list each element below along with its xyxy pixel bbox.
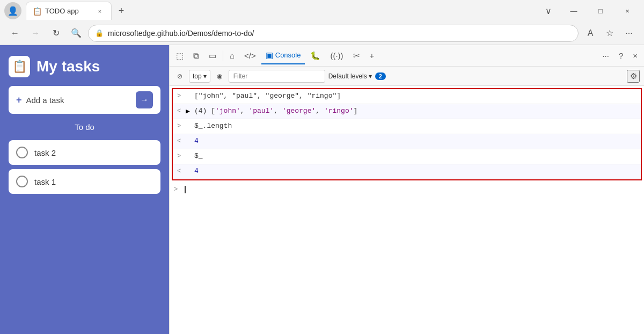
console-line[interactable]: < 4 — [173, 134, 641, 149]
add-task-label: Add a task — [26, 96, 131, 105]
browser-window: 👤 📋 TODO app × + ∨ — □ × ← → ↻ 🔍 🔒 micro… — [0, 0, 644, 334]
close-button[interactable]: × — [615, 2, 640, 19]
console-line[interactable]: > ["john", "paul", "george", "ringo"] — [173, 89, 641, 104]
expand-button[interactable]: ▶ — [186, 107, 194, 115]
more-icon: ··· — [602, 51, 609, 60]
task-checkbox[interactable] — [16, 147, 28, 158]
plus-icon: + — [16, 95, 22, 106]
input-arrow-icon: > — [177, 122, 186, 130]
debug-panel-button[interactable]: 🐛 — [306, 47, 325, 64]
app-favicon: 📋 — [9, 56, 30, 77]
console-line[interactable]: > $_.length — [173, 119, 641, 134]
active-tab[interactable]: 📋 TODO app × — [26, 2, 112, 20]
list-item[interactable]: task 1 — [9, 169, 160, 194]
home-icon: ⌂ — [230, 51, 235, 60]
bug-icon: 🐛 — [310, 51, 320, 61]
add-icon: + — [370, 51, 375, 60]
console-line[interactable]: > $_ — [173, 149, 641, 164]
console-settings-button[interactable]: ⚙ — [627, 70, 640, 83]
console-toolbar: ⊘ top ▾ ◉ Default levels ▾ 2 ⚙ — [170, 67, 644, 86]
devtools-toolbar: ⬚ ⧉ ▭ ⌂ </> ▣ Console — [170, 45, 644, 67]
console-input-content: $_.length — [194, 122, 636, 130]
toolbar-separator — [223, 50, 223, 61]
close-devtools-button[interactable]: × — [628, 47, 642, 64]
app-sidebar: 📋 My tasks + Add a task → To do task 2 — [0, 45, 169, 334]
console-output-content: (4) ['john', 'paul', 'george', 'ringo'] — [194, 107, 636, 115]
lock-icon: 🔒 — [95, 29, 104, 37]
source-icon: </> — [244, 51, 256, 60]
context-selector[interactable]: top ▾ — [189, 70, 210, 83]
eye-icon: ◉ — [217, 72, 222, 80]
back-button[interactable]: ← — [6, 25, 24, 42]
console-output-content: 4 — [194, 137, 636, 145]
console-input-line[interactable]: > — [170, 183, 644, 196]
filter-input[interactable] — [229, 70, 325, 83]
levels-selector[interactable]: Default levels ▾ — [328, 72, 372, 80]
arrow-right-icon: → — [140, 95, 149, 105]
more-tools-button[interactable]: ··· — [598, 47, 613, 64]
inspect-tool-button[interactable]: ⬚ — [172, 47, 188, 64]
text-cursor — [185, 186, 186, 193]
add-panel-button[interactable]: + — [365, 47, 379, 64]
performance-icon: ✂ — [353, 51, 360, 61]
levels-label: Default levels — [328, 72, 367, 80]
performance-panel-button[interactable]: ✂ — [349, 47, 364, 64]
refresh-button[interactable]: ↻ — [47, 25, 64, 42]
output-arrow-icon: < — [177, 137, 186, 145]
console-line[interactable]: < ▶ (4) ['john', 'paul', 'george', 'ring… — [173, 104, 641, 119]
forward-button[interactable]: → — [27, 25, 44, 42]
add-task-button[interactable]: → — [136, 91, 153, 108]
add-task-bar[interactable]: + Add a task → — [9, 86, 160, 114]
console-line[interactable]: < 4 — [173, 164, 641, 179]
input-arrow-icon: > — [177, 92, 186, 100]
error-badge: 2 — [375, 72, 386, 80]
task-checkbox[interactable] — [16, 176, 28, 187]
tab-title: TODO app — [45, 7, 92, 15]
profile-icon[interactable]: 👤 — [4, 2, 21, 19]
more-options-button[interactable]: ··· — [620, 25, 638, 42]
task-list: task 2 task 1 — [9, 140, 160, 194]
elements-panel-button[interactable]: ▭ — [204, 47, 221, 64]
list-item[interactable]: task 2 — [9, 140, 160, 165]
tab-close-button[interactable]: × — [95, 6, 105, 16]
home-panel-button[interactable]: ⌂ — [225, 47, 239, 64]
address-text: microsoftedge.github.io/Demos/demo-to-do… — [108, 29, 572, 38]
help-button[interactable]: ? — [614, 47, 627, 64]
tab-chevron-button[interactable]: ∨ — [540, 2, 557, 19]
tab-bar: 📋 TODO app × + — [26, 2, 536, 20]
help-icon: ? — [619, 51, 623, 60]
nav-bar: ← → ↻ 🔍 🔒 microsoftedge.github.io/Demos/… — [0, 21, 644, 45]
read-aloud-button[interactable]: A — [582, 25, 599, 42]
console-tab-label: Console — [275, 51, 301, 59]
tab-favicon: 📋 — [33, 7, 42, 16]
new-tab-button[interactable]: + — [114, 3, 129, 18]
levels-arrow-icon: ▾ — [369, 72, 372, 80]
window-controls: — □ × — [561, 2, 640, 19]
network-panel-button[interactable]: ((·)) — [326, 47, 347, 64]
title-bar: 👤 📋 TODO app × + ∨ — □ × — [0, 0, 644, 21]
close-devtools-icon: × — [633, 51, 638, 60]
main-content: 📋 My tasks + Add a task → To do task 2 — [0, 45, 644, 334]
output-arrow-icon: < — [177, 168, 186, 175]
search-nav-button[interactable]: 🔍 — [68, 25, 85, 42]
clear-console-button[interactable]: ⊘ — [174, 70, 186, 83]
console-panel-button[interactable]: ▣ Console — [261, 47, 305, 64]
console-input-content: ["john", "paul", "george", "ringo"] — [194, 92, 636, 100]
output-arrow-icon: < — [177, 107, 186, 115]
app-header: 📋 My tasks — [9, 56, 160, 77]
gear-icon: ⚙ — [630, 71, 637, 81]
console-input-content: $_ — [194, 152, 636, 160]
device-emulation-button[interactable]: ⧉ — [189, 47, 203, 64]
section-label: To do — [9, 122, 160, 132]
favorites-button[interactable]: ☆ — [601, 25, 618, 42]
network-icon: ((·)) — [330, 51, 343, 60]
task-name: task 1 — [34, 177, 56, 186]
context-label: top — [193, 72, 202, 80]
sources-panel-button[interactable]: </> — [240, 47, 260, 64]
minimize-button[interactable]: — — [561, 2, 586, 19]
devtools-panel: ⬚ ⧉ ▭ ⌂ </> ▣ Console — [169, 45, 644, 334]
address-bar[interactable]: 🔒 microsoftedge.github.io/Demos/demo-to-… — [88, 25, 579, 42]
restore-button[interactable]: □ — [588, 2, 613, 19]
eye-filter-button[interactable]: ◉ — [214, 70, 225, 83]
elements-icon: ▭ — [209, 51, 216, 61]
